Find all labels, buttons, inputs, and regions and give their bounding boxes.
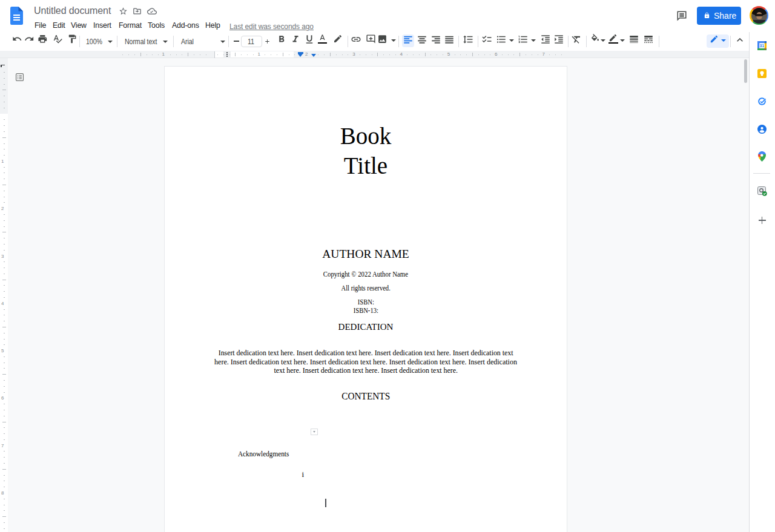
svg-text:31: 31 [760,44,765,48]
